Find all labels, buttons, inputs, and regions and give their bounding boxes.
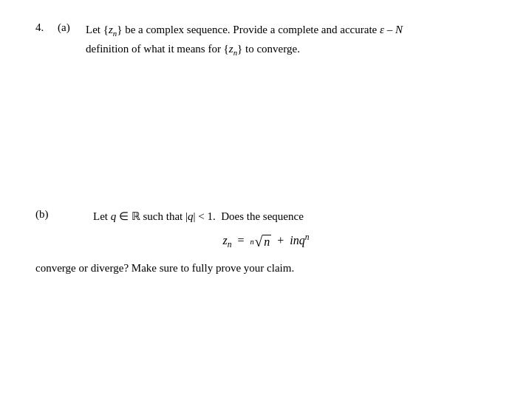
part-b-label: (b) xyxy=(35,207,93,221)
problem-block: 4. (a) Let {zn} be a complex sequence. P… xyxy=(35,21,497,277)
equation-display: zn = n√n + inqn xyxy=(35,232,497,249)
part-b-intro: Let q ∈ ℝ such that |q| < 1. Does the se… xyxy=(93,207,497,225)
page: 4. (a) Let {zn} be a complex sequence. P… xyxy=(0,0,532,417)
part-b-section: (b) Let q ∈ ℝ such that |q| < 1. Does th… xyxy=(35,207,497,278)
problem-number: 4. xyxy=(35,21,58,34)
nth-root-expression: n√n xyxy=(250,235,272,249)
part-b-row: (b) Let q ∈ ℝ such that |q| < 1. Does th… xyxy=(35,207,497,225)
part-a-label: (a) xyxy=(58,21,86,34)
problem-header: 4. (a) Let {zn} be a complex sequence. P… xyxy=(35,21,497,60)
part-a-text: Let {zn} be a complex sequence. Provide … xyxy=(86,21,403,60)
part-b-footer: converge or diverge? Make sure to fully … xyxy=(35,259,497,277)
